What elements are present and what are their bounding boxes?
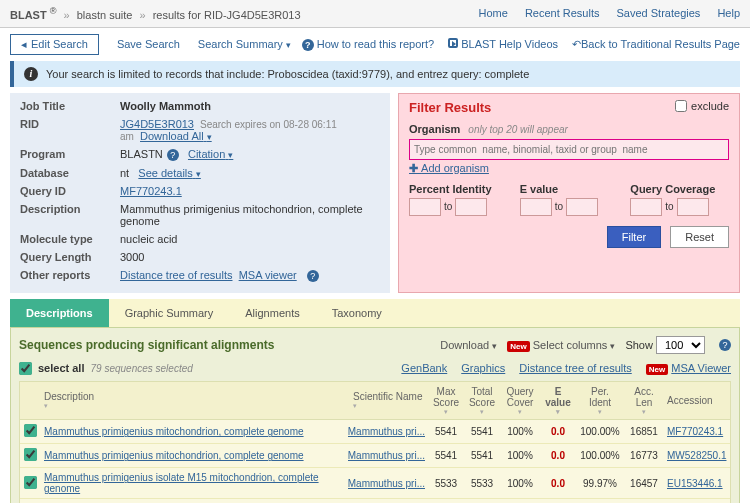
row-accession-link[interactable]: EU153446.1 [667, 478, 723, 489]
organism-input[interactable] [409, 139, 729, 160]
citation-dropdown[interactable]: Citation ▾ [188, 148, 233, 160]
tab-alignments[interactable]: Alignments [229, 299, 315, 327]
msa-viewer-link[interactable]: MSA viewer [239, 269, 297, 281]
select-all-checkbox[interactable] [19, 362, 32, 375]
tabs-bar: Descriptions Graphic Summary Alignments … [10, 299, 740, 327]
back-arrow-icon: ↶ [572, 38, 581, 50]
rid-link[interactable]: JG4D5E3R013 [120, 118, 194, 130]
row-accession-link[interactable]: MW528250.1 [667, 450, 726, 461]
table-row: Mammuthus primigenius isolate M15 mitoch… [20, 468, 730, 499]
col-max-score[interactable]: Max Score▾ [428, 382, 464, 420]
col-accession[interactable]: Accession [664, 391, 730, 410]
row-e-value: 0.0 [540, 474, 576, 493]
col-query-cover[interactable]: Query Cover▾ [500, 382, 540, 420]
nav-home[interactable]: Home [478, 7, 507, 19]
tab-taxonomy[interactable]: Taxonomy [316, 299, 398, 327]
table-row: Mammuthus primigenius mitochondrion, com… [20, 444, 730, 468]
search-summary-dropdown[interactable]: Search Summary ▾ [198, 38, 291, 50]
distance-tree-link[interactable]: Distance tree of results [120, 269, 233, 281]
row-total-score: 5541 [464, 422, 500, 441]
sort-icon: ▾ [579, 408, 621, 416]
help-icon[interactable]: ? [307, 270, 319, 282]
tab-graphic-summary[interactable]: Graphic Summary [109, 299, 230, 327]
sort-icon: ▾ [353, 402, 425, 410]
filter-panel: Filter Results exclude Organismonly top … [398, 93, 740, 293]
chevron-down-icon: ▾ [610, 341, 615, 351]
row-scientific-name-link[interactable]: Mammuthus pri... [348, 450, 425, 461]
row-max-score: 5541 [428, 422, 464, 441]
row-max-score: 5541 [428, 446, 464, 465]
pi-from-input[interactable] [409, 198, 441, 216]
sort-icon: ▾ [543, 408, 573, 416]
table-row: Mammuthus primigenius isolate M18 mitoch… [20, 499, 730, 503]
qc-from-input[interactable] [630, 198, 662, 216]
download-dropdown[interactable]: Download ▾ [440, 339, 497, 351]
msa-viewer-link[interactable]: MSA Viewer [671, 362, 731, 374]
chevron-down-icon: ▾ [286, 40, 291, 50]
sort-icon: ▾ [431, 408, 461, 416]
row-scientific-name-link[interactable]: Mammuthus pri... [348, 478, 425, 489]
edit-search-button[interactable]: ◂ Edit Search [10, 34, 99, 55]
row-checkbox[interactable] [24, 424, 37, 437]
back-traditional-link[interactable]: ↶Back to Traditional Results Page [572, 38, 740, 51]
evalue-to-input[interactable] [566, 198, 598, 216]
new-badge: New [646, 364, 668, 375]
row-accession-link[interactable]: MF770243.1 [667, 426, 723, 437]
save-search-link[interactable]: Save Search [117, 38, 180, 50]
nav-help[interactable]: Help [717, 7, 740, 19]
table-header: Description▾ Scientific Name▾ Max Score▾… [20, 382, 730, 421]
help-icon: ? [302, 39, 314, 51]
distance-tree-link[interactable]: Distance tree of results [519, 362, 632, 374]
row-description-link[interactable]: Mammuthus primigenius isolate M15 mitoch… [44, 472, 319, 494]
chevron-down-icon: ▾ [492, 341, 497, 351]
pi-to-input[interactable] [455, 198, 487, 216]
filter-button[interactable]: Filter [607, 226, 661, 248]
nav-recent-results[interactable]: Recent Results [525, 7, 600, 19]
row-per-ident: 99.97% [576, 474, 624, 493]
sort-icon: ▾ [503, 408, 537, 416]
row-checkbox[interactable] [24, 476, 37, 489]
results-panel: Sequences producing significant alignmen… [10, 327, 740, 503]
tab-descriptions[interactable]: Descriptions [10, 299, 109, 327]
toolbar: ◂ Edit Search Save Search Search Summary… [0, 28, 750, 61]
col-scientific-name[interactable]: Scientific Name▾ [350, 387, 428, 414]
select-columns-dropdown[interactable]: Select columns ▾ [533, 339, 616, 351]
breadcrumb-bar: BLAST ® » blastn suite » results for RID… [0, 0, 750, 28]
sort-icon: ▾ [627, 408, 661, 416]
col-acc-len[interactable]: Acc. Len▾ [624, 382, 664, 420]
row-description-link[interactable]: Mammuthus primigenius mitochondrion, com… [44, 426, 304, 437]
row-acc-len: 16773 [624, 446, 664, 465]
col-e-value[interactable]: E value▾ [540, 382, 576, 420]
help-icon[interactable]: ? [167, 149, 179, 161]
see-details-dropdown[interactable]: See details ▾ [138, 167, 201, 179]
chevron-down-icon: ▾ [196, 169, 201, 179]
col-per-ident[interactable]: Per. Ident▾ [576, 382, 624, 420]
sort-icon: ▾ [44, 402, 347, 410]
row-per-ident: 100.00% [576, 422, 624, 441]
search-metadata-panel: Job TitleWoolly Mammoth RIDJG4D5E3R013Se… [10, 93, 390, 293]
row-total-score: 5541 [464, 446, 500, 465]
row-checkbox[interactable] [24, 448, 37, 461]
row-scientific-name-link[interactable]: Mammuthus pri... [348, 426, 425, 437]
col-description[interactable]: Description▾ [40, 387, 350, 414]
help-icon[interactable]: ? [719, 339, 731, 351]
reset-button[interactable]: Reset [670, 226, 729, 248]
show-count-select[interactable]: 100 [656, 336, 705, 354]
query-id-link[interactable]: MF770243.1 [120, 185, 182, 197]
row-description-link[interactable]: Mammuthus primigenius mitochondrion, com… [44, 450, 304, 461]
help-videos-link[interactable]: BLAST Help Videos [448, 38, 558, 50]
download-all-link[interactable]: Download All ▾ [140, 130, 212, 142]
organism-label: Organism [409, 123, 460, 135]
qc-to-input[interactable] [677, 198, 709, 216]
how-to-read-link[interactable]: ? How to read this report? [302, 38, 434, 51]
col-total-score[interactable]: Total Score▾ [464, 382, 500, 420]
play-icon [448, 38, 458, 48]
genbank-link[interactable]: GenBank [401, 362, 447, 374]
evalue-from-input[interactable] [520, 198, 552, 216]
graphics-link[interactable]: Graphics [461, 362, 505, 374]
exclude-checkbox[interactable] [675, 100, 687, 112]
chevron-left-icon: ◂ [21, 38, 27, 51]
add-organism-link[interactable]: Add organism [409, 162, 489, 175]
nav-saved-strategies[interactable]: Saved Strategies [617, 7, 701, 19]
chevron-down-icon: ▾ [228, 150, 233, 160]
